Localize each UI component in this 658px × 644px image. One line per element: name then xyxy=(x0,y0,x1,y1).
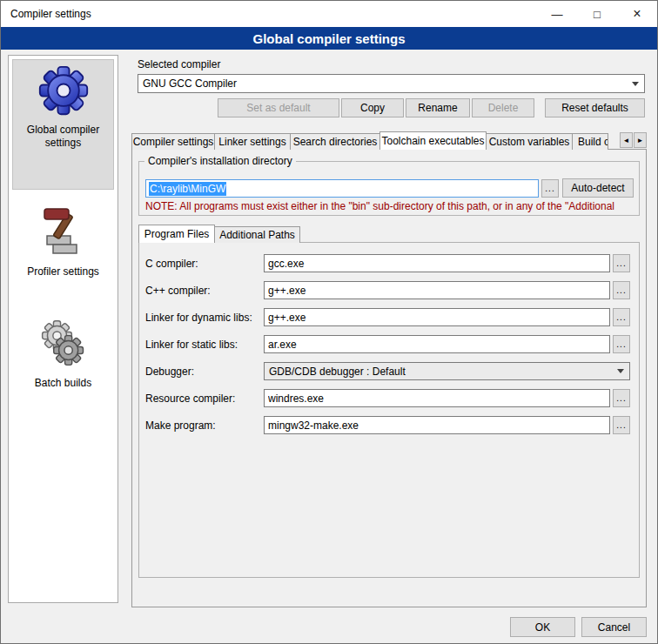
make-program-label: Make program: xyxy=(145,419,216,432)
tab-additional-paths[interactable]: Additional Paths xyxy=(214,226,300,243)
selected-compiler-label: Selected compiler xyxy=(138,58,220,70)
resource-compiler-browse-button[interactable]: ... xyxy=(613,389,630,407)
sidebar-item-label: Batch builds xyxy=(14,377,112,390)
installation-directory-browse-button[interactable]: ... xyxy=(541,179,559,198)
dropdown-arrow-icon xyxy=(628,76,643,91)
sidebar-item-global-compiler-settings[interactable]: Global compiler settings xyxy=(12,59,114,190)
installation-note: NOTE: All programs must exist either in … xyxy=(145,200,638,212)
tab-search-directories[interactable]: Search directories xyxy=(290,133,380,150)
reset-defaults-button[interactable]: Reset defaults xyxy=(545,98,645,117)
copy-button[interactable]: Copy xyxy=(341,98,404,117)
close-button[interactable]: × xyxy=(617,1,657,27)
tab-custom-variables[interactable]: Custom variables xyxy=(486,133,573,150)
sidebar-item-batch-builds[interactable]: Batch builds xyxy=(12,313,114,418)
set-as-default-button[interactable]: Set as default xyxy=(218,98,339,117)
compiler-settings-window: Compiler settings — □ × Global compiler … xyxy=(0,0,658,644)
cpp-compiler-input[interactable] xyxy=(264,281,610,299)
tab-scroll-right-icon[interactable]: ► xyxy=(634,132,647,148)
resource-compiler-label: Resource compiler: xyxy=(145,392,235,405)
installation-directory-value: C:\raylib\MinGW xyxy=(149,182,226,196)
debugger-select-value: GDB/CDB debugger : Default xyxy=(269,366,406,378)
gear-icon xyxy=(37,104,90,119)
linker-dynamic-label: Linker for dynamic libs: xyxy=(145,312,252,324)
settings-tabstrip: Compiler settings Linker settings Search… xyxy=(131,131,647,150)
rename-button[interactable]: Rename xyxy=(406,98,470,117)
sidebar-item-profiler-settings[interactable]: Profiler settings xyxy=(12,202,114,306)
linker-static-input[interactable] xyxy=(264,335,610,353)
compiler-select[interactable]: GNU GCC Compiler xyxy=(138,74,645,93)
make-program-input[interactable] xyxy=(264,416,610,434)
tab-linker-settings[interactable]: Linker settings xyxy=(214,133,291,150)
linker-static-browse-button[interactable]: ... xyxy=(613,335,630,353)
make-program-browse-button[interactable]: ... xyxy=(613,416,630,434)
ok-button[interactable]: OK xyxy=(510,617,575,637)
auto-detect-button[interactable]: Auto-detect xyxy=(562,178,634,198)
cpp-compiler-browse-button[interactable]: ... xyxy=(613,281,630,299)
tab-scroll-left-icon[interactable]: ◄ xyxy=(620,132,633,148)
tab-scroll-buttons: ◄ ► xyxy=(620,132,647,148)
batch-gears-icon xyxy=(37,358,90,372)
dropdown-arrow-icon xyxy=(613,364,628,379)
cpp-compiler-label: C++ compiler: xyxy=(145,285,211,297)
tab-program-files[interactable]: Program Files xyxy=(138,225,215,243)
tab-toolchain-executables[interactable]: Toolchain executables xyxy=(379,131,487,150)
maximize-button[interactable]: □ xyxy=(577,1,617,27)
minimize-button[interactable]: — xyxy=(537,1,577,27)
resource-compiler-input[interactable] xyxy=(264,389,610,407)
debugger-label: Debugger: xyxy=(145,366,194,378)
titlebar: Compiler settings — □ × xyxy=(1,1,657,27)
sidebar-item-label: Profiler settings xyxy=(14,265,112,278)
tab-build-options[interactable]: Build options xyxy=(572,133,608,150)
debugger-select[interactable]: GDB/CDB debugger : Default xyxy=(264,362,630,380)
compiler-select-value: GNU GCC Compiler xyxy=(143,77,237,90)
installation-directory-input[interactable]: C:\raylib\MinGW xyxy=(145,179,539,198)
delete-button[interactable]: Delete xyxy=(472,98,534,117)
page-title: Global compiler settings xyxy=(1,27,657,50)
c-compiler-label: C compiler: xyxy=(145,258,198,270)
c-compiler-input[interactable] xyxy=(264,254,610,272)
c-compiler-browse-button[interactable]: ... xyxy=(613,254,630,272)
window-title: Compiler settings xyxy=(1,8,537,20)
linker-static-label: Linker for static libs: xyxy=(145,339,238,351)
compiler-buttons-row: Set as default Copy Rename Delete Reset … xyxy=(138,98,645,117)
program-files-tabstrip: Program Files Additional Paths xyxy=(138,225,640,243)
tab-compiler-settings[interactable]: Compiler settings xyxy=(131,133,215,150)
sidebar-item-label: Global compiler settings xyxy=(15,124,111,150)
cancel-button[interactable]: Cancel xyxy=(581,617,647,637)
installation-directory-legend: Compiler's installation directory xyxy=(144,155,296,167)
linker-dynamic-browse-button[interactable]: ... xyxy=(613,308,630,326)
linker-dynamic-input[interactable] xyxy=(264,308,610,326)
profiler-hammer-icon xyxy=(39,246,88,261)
settings-sidebar: Global compiler settings Profiler settin… xyxy=(8,55,118,603)
